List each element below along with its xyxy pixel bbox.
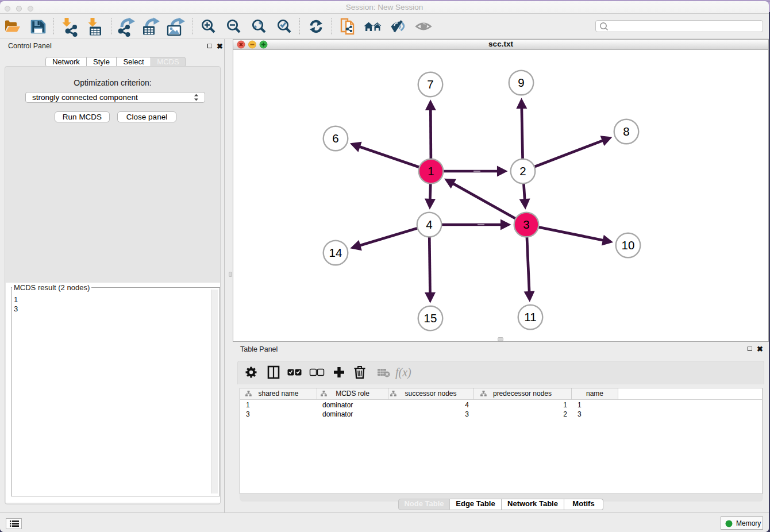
svg-text:10: 10 — [622, 238, 635, 252]
svg-text:8: 8 — [623, 125, 629, 138]
svg-text:4: 4 — [426, 218, 432, 231]
svg-text:15: 15 — [424, 311, 437, 325]
svg-text:11: 11 — [524, 310, 536, 323]
svg-text:f(x): f(x) — [395, 366, 411, 379]
svg-text:1: 1 — [428, 164, 434, 178]
svg-text:3: 3 — [523, 218, 529, 231]
svg-text:6: 6 — [332, 132, 338, 145]
svg-text:7: 7 — [427, 78, 433, 91]
svg-text:2: 2 — [519, 164, 526, 178]
svg-text:9: 9 — [518, 76, 524, 89]
svg-text:14: 14 — [329, 246, 342, 259]
